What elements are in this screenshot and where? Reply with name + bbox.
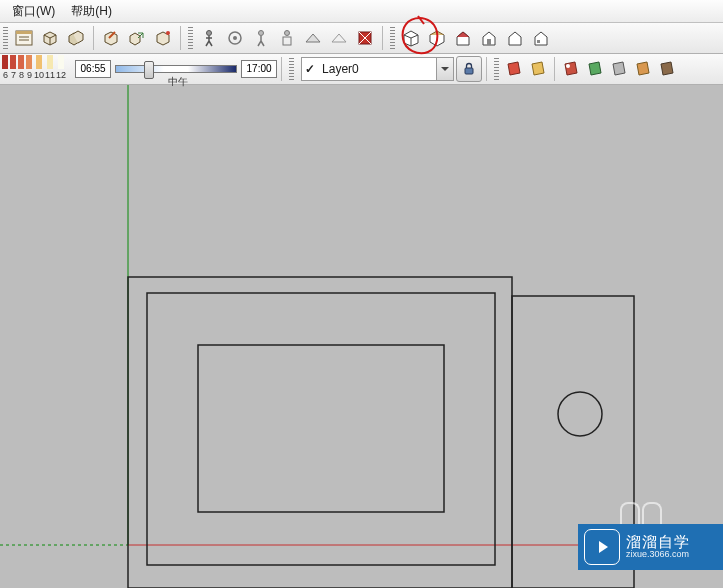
separator bbox=[382, 26, 383, 50]
svg-rect-24 bbox=[198, 345, 444, 512]
style-wireframe-icon[interactable] bbox=[503, 58, 525, 80]
menu-window[interactable]: 窗口(W) bbox=[4, 1, 63, 22]
svg-point-4 bbox=[166, 31, 170, 35]
time-thumb[interactable] bbox=[144, 61, 154, 79]
toolbar-handle[interactable] bbox=[188, 27, 193, 49]
site-watermark: 溜溜自学 zixue.3066.com bbox=[578, 524, 723, 570]
menu-bar: 窗口(W) 帮助(H) bbox=[0, 0, 723, 23]
shadow-time-slider[interactable]: 06:55 中午 17:00 bbox=[75, 60, 277, 78]
noon-label: 中午 bbox=[168, 75, 188, 89]
left-view-icon[interactable] bbox=[529, 26, 553, 50]
watermark-title: 溜溜自学 bbox=[626, 534, 690, 551]
section-cut-icon[interactable] bbox=[353, 26, 377, 50]
layer-dropdown[interactable]: ✓ Layer0 bbox=[301, 57, 454, 81]
layer-lock-button[interactable] bbox=[456, 56, 482, 82]
separator bbox=[93, 26, 94, 50]
separator bbox=[486, 57, 487, 81]
section-icon[interactable] bbox=[275, 26, 299, 50]
section-display-icon[interactable] bbox=[301, 26, 325, 50]
watermark-sub: zixue.3066.com bbox=[626, 550, 690, 560]
style-shaded-icon[interactable] bbox=[560, 58, 582, 80]
toolbar-handle[interactable] bbox=[3, 27, 8, 49]
toolbar-row-1 bbox=[0, 23, 723, 54]
walk-icon[interactable] bbox=[197, 26, 221, 50]
svg-rect-23 bbox=[147, 293, 495, 565]
position-camera-icon[interactable] bbox=[249, 26, 273, 50]
svg-point-7 bbox=[233, 36, 237, 40]
right-view-icon[interactable] bbox=[477, 26, 501, 50]
layer-visible-check: ✓ bbox=[302, 62, 318, 76]
time-track[interactable] bbox=[115, 65, 237, 73]
time-start-field[interactable]: 06:55 bbox=[75, 60, 111, 78]
play-icon bbox=[584, 529, 620, 565]
separator bbox=[554, 57, 555, 81]
style-xray-icon[interactable] bbox=[632, 58, 654, 80]
toolbar-handle[interactable] bbox=[390, 27, 395, 49]
svg-point-17 bbox=[566, 64, 570, 68]
section-fill-icon[interactable] bbox=[327, 26, 351, 50]
toolbar-handle[interactable] bbox=[289, 58, 294, 80]
iso-view-icon[interactable] bbox=[399, 26, 423, 50]
menu-help[interactable]: 帮助(H) bbox=[63, 1, 120, 22]
style-texture-icon[interactable] bbox=[584, 58, 606, 80]
ghost-watermark bbox=[619, 502, 663, 524]
toolbar-handle[interactable] bbox=[494, 58, 499, 80]
top-view-icon[interactable] bbox=[425, 26, 449, 50]
svg-point-8 bbox=[259, 31, 264, 36]
style-hidden-icon[interactable] bbox=[527, 58, 549, 80]
back-view-icon[interactable] bbox=[503, 26, 527, 50]
make-component-icon[interactable] bbox=[38, 26, 62, 50]
model-viewport[interactable] bbox=[0, 84, 723, 588]
replace-component-icon[interactable] bbox=[125, 26, 149, 50]
svg-rect-14 bbox=[487, 39, 491, 45]
svg-point-5 bbox=[207, 31, 212, 36]
svg-point-25 bbox=[558, 392, 602, 436]
look-around-icon[interactable] bbox=[223, 26, 247, 50]
svg-rect-1 bbox=[16, 31, 32, 34]
front-view-icon[interactable] bbox=[451, 26, 475, 50]
svg-rect-21 bbox=[128, 277, 512, 588]
layer-name: Layer0 bbox=[318, 62, 436, 76]
svg-rect-15 bbox=[537, 40, 540, 43]
edit-component-icon[interactable] bbox=[99, 26, 123, 50]
svg-point-9 bbox=[285, 31, 290, 36]
toolbar-row-2: 6 7 8 9 10 11 12 06:55 中午 17:00 ✓ Layer0 bbox=[0, 54, 723, 85]
svg-rect-10 bbox=[283, 37, 291, 45]
make-group-icon[interactable] bbox=[64, 26, 88, 50]
component-outliner-icon[interactable] bbox=[12, 26, 36, 50]
separator bbox=[180, 26, 181, 50]
style-edges-icon[interactable] bbox=[656, 58, 678, 80]
time-end-field[interactable]: 17:00 bbox=[241, 60, 277, 78]
chevron-down-icon[interactable] bbox=[436, 58, 453, 80]
separator bbox=[281, 57, 282, 81]
svg-rect-16 bbox=[465, 68, 473, 74]
style-mono-icon[interactable] bbox=[608, 58, 630, 80]
explode-icon[interactable] bbox=[151, 26, 175, 50]
shadow-month-scale[interactable]: 6 7 8 9 10 11 12 bbox=[2, 58, 67, 80]
